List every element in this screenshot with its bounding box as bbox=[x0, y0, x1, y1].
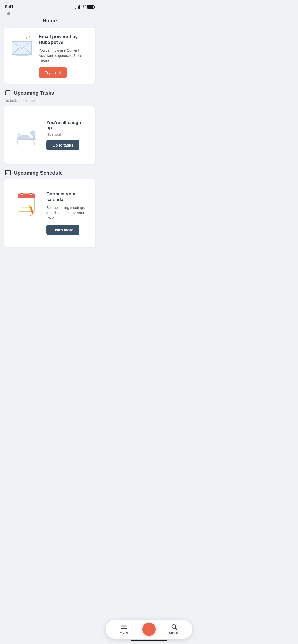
email-ai-card: ✦ ✦ ✦ Email powered by HubSpot AI You ca… bbox=[4, 28, 95, 84]
schedule-icon bbox=[5, 169, 11, 177]
tasks-section-subtitle: No tasks due today bbox=[4, 99, 95, 103]
svg-point-23 bbox=[21, 193, 23, 195]
svg-marker-31 bbox=[30, 215, 31, 216]
tasks-icon bbox=[5, 89, 11, 97]
signal-icon bbox=[75, 5, 80, 9]
svg-text:✦: ✦ bbox=[23, 36, 25, 38]
main-content: ✦ ✦ ✦ Email powered by HubSpot AI You ca… bbox=[0, 28, 99, 278]
go-to-tasks-button[interactable]: Go to tasks bbox=[46, 140, 79, 150]
svg-line-11 bbox=[33, 140, 35, 144]
svg-line-10 bbox=[17, 140, 18, 144]
svg-marker-30 bbox=[28, 214, 30, 216]
svg-point-13 bbox=[30, 130, 35, 136]
status-bar: 9:41 bbox=[0, 0, 99, 12]
tasks-section-header: Upcoming Tasks bbox=[4, 89, 95, 97]
schedule-section-title: Upcoming Schedule bbox=[14, 170, 63, 176]
try-it-out-button[interactable]: Try it out bbox=[39, 67, 67, 78]
tasks-card-description: Nice work bbox=[46, 132, 85, 136]
relaxing-illustration bbox=[14, 124, 42, 147]
svg-point-24 bbox=[30, 193, 32, 195]
schedule-card-description: See upcoming meetings & add attendees to… bbox=[46, 205, 85, 221]
schedule-section-header: Upcoming Schedule bbox=[4, 169, 95, 177]
svg-rect-6 bbox=[7, 90, 9, 91]
wifi-icon bbox=[82, 5, 86, 9]
learn-more-button[interactable]: Learn more bbox=[46, 225, 79, 235]
svg-point-12 bbox=[19, 135, 30, 139]
svg-text:✦: ✦ bbox=[29, 35, 31, 38]
calendar-connect-illustration bbox=[14, 191, 42, 216]
svg-rect-22 bbox=[18, 196, 35, 198]
schedule-card: Connect your calendar See upcoming meeti… bbox=[4, 179, 95, 247]
svg-text:✦: ✦ bbox=[25, 36, 28, 40]
tasks-card: You're all caught up Nice work Go to tas… bbox=[4, 106, 95, 164]
svg-rect-5 bbox=[6, 91, 10, 95]
tasks-card-content: You're all caught up Nice work Go to tas… bbox=[46, 120, 85, 150]
svg-point-14 bbox=[17, 137, 20, 139]
battery-icon bbox=[87, 5, 94, 9]
page-title: Home bbox=[0, 16, 99, 28]
svg-rect-19 bbox=[6, 173, 7, 174]
email-illustration: ✦ ✦ ✦ bbox=[9, 34, 35, 57]
email-card-content: Email powered by HubSpot AI You can now … bbox=[39, 34, 90, 78]
camera-area bbox=[0, 12, 99, 15]
email-card-description: You can now use Content Assistant to gen… bbox=[39, 48, 90, 64]
svg-rect-15 bbox=[5, 170, 10, 175]
tasks-section-title: Upcoming Tasks bbox=[14, 90, 54, 96]
status-icons bbox=[75, 5, 94, 9]
status-time: 9:41 bbox=[5, 4, 13, 9]
camera-dot bbox=[7, 12, 10, 15]
tasks-card-heading: You're all caught up bbox=[46, 120, 85, 131]
email-card-title: Email powered by HubSpot AI bbox=[39, 34, 90, 46]
schedule-card-heading: Connect your calendar bbox=[46, 191, 85, 203]
schedule-card-content: Connect your calendar See upcoming meeti… bbox=[46, 191, 85, 235]
